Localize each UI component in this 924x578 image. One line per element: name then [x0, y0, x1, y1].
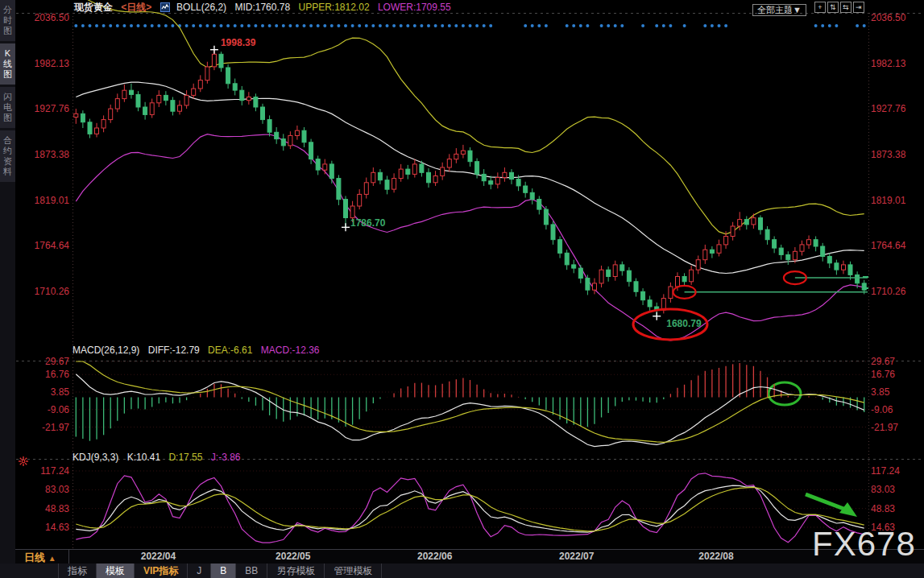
macd-label: MACD(26,12,9) [73, 345, 139, 356]
boll-label: BOLL(26,2) [176, 2, 226, 13]
kdj-panel-header: KDJ(9,3,3) K:10.41 D:17.55 J:-3.86 [73, 452, 246, 463]
bottom-tab-3[interactable]: VIP指标 [135, 564, 188, 578]
vertical-scale-icon[interactable]: ⇅ [827, 2, 839, 13]
bottom-tab-8[interactable]: 管理模板 [325, 564, 382, 578]
sidebar: 分时图K线图闪电图合约资料 [0, 0, 15, 578]
bottom-tab-5[interactable]: B [211, 564, 236, 578]
y-axis-tick: 3.85 [18, 386, 69, 398]
main-chart-header: 现货黄金 <日线> BOLL(26,2) MID:1760.78 UPPER:1… [74, 1, 457, 12]
kdj-label: KDJ(9,3,3) [73, 452, 118, 463]
sidebar-tab-4[interactable]: 合约资料 [0, 130, 15, 182]
y-axis-tick: 2036.50 [871, 12, 921, 23]
x-axis-tick: 2022/05 [265, 551, 321, 562]
bottom-tab-1[interactable]: 指标 [59, 564, 97, 578]
y-axis-tick: 29.67 [18, 356, 69, 367]
y-axis-tick: 117.24 [871, 465, 921, 477]
y-axis-tick: 1982.13 [18, 58, 69, 69]
x-axis-tick: 2022/08 [688, 551, 744, 562]
kdj-d-value: D:17.55 [168, 452, 202, 463]
pan-tool-icon[interactable]: + [814, 2, 826, 13]
price-annotation-3: 1680.79 [666, 318, 701, 329]
y-axis-tick: 2036.50 [18, 12, 69, 23]
y-axis-tick: 14.63 [18, 522, 69, 533]
boll-mid-value: MID:1760.78 [234, 2, 290, 13]
bottom-tab-4[interactable]: J [188, 564, 211, 578]
symbol-name: 现货黄金 [74, 2, 113, 13]
y-axis-tick: 1764.64 [18, 240, 69, 251]
boll-indicator-icon [160, 2, 170, 12]
tab-bar-spacer [0, 564, 59, 578]
y-axis-tick: 16.76 [871, 369, 921, 380]
x-axis-tick: 2022/06 [407, 551, 463, 562]
y-axis-tick: 1873.38 [18, 149, 69, 160]
y-axis-tick: 1982.13 [871, 58, 921, 69]
y-axis-tick: -21.97 [18, 422, 69, 433]
price-annotation-2: 1786.70 [350, 217, 385, 229]
macd-macd-value: MACD:-12.36 [261, 345, 320, 356]
y-axis-tick: 83.03 [871, 484, 921, 495]
y-axis-tick: -21.97 [871, 422, 921, 433]
y-axis-tick: 1710.26 [871, 286, 921, 297]
y-axis-tick: 1927.76 [18, 103, 69, 114]
bottom-tab-6[interactable]: BB [236, 564, 267, 578]
chart-canvas[interactable] [0, 0, 924, 578]
y-axis-tick: -9.06 [18, 404, 69, 415]
y-axis-tick: 83.03 [18, 484, 69, 495]
kdj-j-value: J:-3.86 [211, 452, 241, 463]
y-axis-tick: 1764.64 [871, 240, 921, 251]
bottom-tab-7[interactable]: 另存模板 [267, 564, 325, 578]
price-annotation-1: 1998.39 [221, 37, 255, 48]
x-axis-tick: 2022/07 [549, 551, 605, 562]
bottom-tab-bar: 指标模板VIP指标JBBB另存模板管理模板 [0, 564, 924, 578]
y-axis-tick: 29.67 [871, 356, 921, 367]
divider [68, 550, 69, 564]
macd-panel-header: MACD(26,12,9) DIFF:-12.79 DEA:-6.61 MACD… [73, 345, 325, 356]
charting-app: 分时图K线图闪电图合约资料 现货黄金 <日线> BOLL(26,2) MID:1… [0, 0, 924, 578]
boll-lower-value: LOWER:1709.55 [378, 2, 451, 13]
y-axis-tick: 48.83 [18, 503, 69, 514]
sidebar-tab-1[interactable]: 分时图 [0, 0, 15, 41]
kdj-k-value: K:10.41 [127, 452, 160, 463]
y-axis-tick: 48.83 [871, 503, 921, 514]
horizontal-scale-icon[interactable]: ⇆ [840, 2, 851, 13]
y-axis-tick: 3.85 [871, 386, 921, 398]
theme-dropdown-button[interactable]: 全部主题▼ [752, 4, 806, 16]
macd-dea-value: DEA:-6.61 [208, 345, 252, 356]
y-axis-tick: 1819.01 [871, 195, 921, 206]
period-tag: <日线> [121, 2, 151, 13]
sidebar-tab-3[interactable]: 闪电图 [0, 87, 15, 128]
y-axis-tick: 117.24 [18, 465, 69, 477]
triangle-up-icon: ▲ [48, 554, 56, 563]
y-axis-tick: 1927.76 [871, 103, 921, 114]
sidebar-tab-2[interactable]: K线图 [0, 43, 15, 85]
y-axis-tick: 1710.26 [18, 286, 69, 297]
macd-diff-value: DIFF:-12.79 [148, 345, 200, 356]
y-axis-tick: 1819.01 [18, 195, 69, 206]
y-axis-tick: -9.06 [871, 404, 921, 415]
chart-toolbar: 全部主题▼+⇅⇆⇥ [752, 2, 866, 16]
boll-upper-value: UPPER:1812.02 [299, 2, 370, 13]
shift-right-icon[interactable]: ⇥ [853, 2, 864, 13]
x-axis-tick: 2022/04 [130, 551, 186, 562]
fx678-watermark: FX678 [812, 525, 916, 564]
bottom-tab-2[interactable]: 模板 [97, 564, 135, 578]
y-axis-tick: 16.76 [18, 369, 69, 380]
y-axis-tick: 1873.38 [871, 149, 921, 160]
